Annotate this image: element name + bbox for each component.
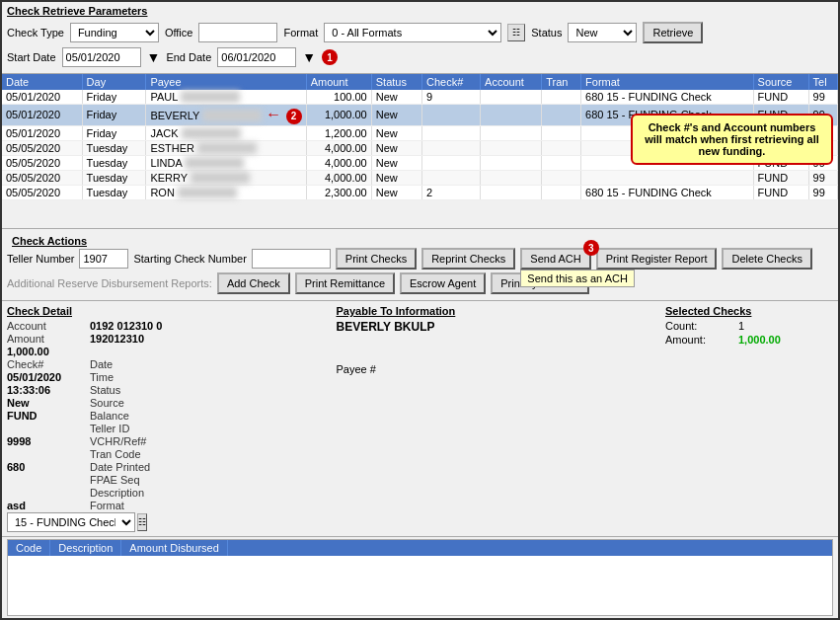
cell-tel: 99 — [808, 185, 837, 199]
format-icon-btn[interactable]: ☷ — [507, 24, 525, 41]
check-type-select[interactable]: Funding — [70, 23, 159, 42]
print-register-button[interactable]: Print Register Report — [596, 248, 718, 270]
check-actions-title: Check Actions — [7, 232, 833, 248]
end-date-label: End Date — [166, 51, 211, 63]
cell-date: 05/01/2020 — [2, 105, 82, 126]
code-table-body — [8, 556, 832, 615]
annotation-2: ← 2 — [266, 106, 301, 122]
cell-tran — [542, 140, 581, 155]
check-actions-section: Check Actions Teller Number Starting Che… — [2, 229, 838, 301]
cell-date: 05/05/2020 — [2, 185, 82, 199]
print-remittance-button[interactable]: Print Remittance — [295, 272, 395, 294]
teller-input[interactable] — [79, 249, 128, 269]
cell-account — [481, 140, 542, 155]
amount-sel-value: 1,000.00 — [738, 334, 833, 346]
annotation-3: 3 — [583, 240, 599, 256]
delete-checks-button[interactable]: Delete Checks — [722, 248, 812, 270]
description-label: Description — [90, 487, 327, 499]
date-value: 05/01/2020 — [7, 371, 86, 383]
end-date-calendar-icon[interactable]: ▼ — [302, 49, 316, 65]
cell-format — [581, 125, 753, 140]
print-checks-button[interactable]: Print Checks — [336, 248, 417, 270]
check-type-label: Check Type — [7, 27, 64, 39]
cell-account — [481, 105, 542, 126]
starting-check-label: Starting Check Number — [133, 253, 246, 265]
cell-check: 9 — [422, 90, 481, 105]
check-detail-title: Check Detail — [7, 305, 327, 317]
cell-check — [422, 105, 481, 126]
account-label: Account — [7, 320, 86, 332]
table-row[interactable]: 05/05/2020 Tuesday ESTHER 4,000.00 New F… — [2, 140, 838, 155]
cell-check — [422, 155, 481, 170]
cell-tel: 99 — [808, 170, 837, 185]
table-row[interactable]: 05/05/2020 Tuesday LINDA 4,000.00 New FU… — [2, 155, 838, 170]
check-num-label: Check# — [7, 358, 86, 370]
cell-day: Friday — [82, 105, 146, 126]
cell-date: 05/05/2020 — [2, 170, 82, 185]
col-payee: Payee — [146, 74, 306, 90]
cell-check: 2 — [422, 185, 481, 199]
cell-tel: 99 — [808, 140, 837, 155]
add-check-button[interactable]: Add Check — [217, 272, 290, 294]
cell-date: 05/01/2020 — [2, 90, 82, 105]
count-label: Count: — [665, 320, 734, 332]
reprint-checks-button[interactable]: Reprint Checks — [421, 248, 515, 270]
time-label: Time — [90, 371, 327, 383]
checks-table-section: Date Day Payee Amount Status Check# Acco… — [2, 74, 838, 229]
table-row[interactable]: 05/05/2020 Tuesday RON 2,300.00 New 2 68… — [2, 185, 838, 199]
cell-tel: 99 — [808, 105, 837, 126]
tran-code-label: Tran Code — [90, 448, 327, 460]
cell-amount: 4,000.00 — [306, 140, 371, 155]
cell-amount: 1,000.00 — [306, 105, 371, 126]
fpae-value — [7, 487, 86, 499]
escrow-agent-button[interactable]: Escrow Agent — [400, 272, 486, 294]
date-printed-value — [7, 474, 86, 486]
format-label: Format — [283, 27, 318, 39]
account-value: 0192 012310 0 — [90, 320, 327, 332]
send-ach-button[interactable]: Send ACH — [520, 248, 590, 270]
end-date-input[interactable] — [217, 47, 296, 67]
office-input[interactable] — [198, 23, 277, 42]
cell-tran — [542, 125, 581, 140]
cell-payee: JACK — [146, 125, 306, 140]
print-by-account-button[interactable]: Print by Account — [491, 272, 589, 294]
table-row[interactable]: 05/01/2020 Friday BEVERLY ← 2 1,000.00 N… — [2, 105, 838, 126]
source-detail-value: FUND — [7, 410, 86, 422]
col-account: Account — [481, 74, 542, 90]
format-detail-icon-btn[interactable]: ☷ — [137, 513, 147, 531]
cell-account — [481, 90, 542, 105]
cell-source: FUND — [753, 90, 808, 105]
cell-format — [581, 140, 753, 155]
cell-tran — [542, 90, 581, 105]
start-date-input[interactable] — [62, 47, 141, 67]
balance-label: Balance — [90, 410, 327, 422]
retrieve-button[interactable]: Retrieve — [643, 22, 703, 43]
format-select[interactable]: 0 - All Formats — [324, 23, 501, 42]
table-row[interactable]: 05/01/2020 Friday JACK 1,200.00 New FUND… — [2, 125, 838, 140]
start-date-calendar-icon[interactable]: ▼ — [147, 49, 161, 65]
cell-status: New — [371, 155, 421, 170]
amount-sel-label: Amount: — [665, 334, 734, 346]
balance-value — [7, 423, 86, 434]
count-value: 1 — [738, 320, 833, 332]
table-row[interactable]: 05/05/2020 Tuesday KERRY 4,000.00 New FU… — [2, 170, 838, 185]
payable-to-name: BEVERLY BKULP — [337, 320, 656, 334]
table-row[interactable]: 05/01/2020 Friday PAUL 100.00 New 9 680 … — [2, 90, 838, 105]
cell-date: 05/05/2020 — [2, 140, 82, 155]
status-select[interactable]: New — [568, 23, 637, 42]
cell-day: Friday — [82, 125, 146, 140]
format-detail-select[interactable]: 15 - FUNDING Check — [7, 512, 135, 532]
cell-check — [422, 140, 481, 155]
starting-check-input[interactable] — [252, 249, 331, 269]
cell-amount: 4,000.00 — [306, 170, 371, 185]
cell-format: 680 15 - FUNDING Check — [581, 185, 753, 199]
cell-account — [481, 185, 542, 199]
col-day: Day — [82, 74, 146, 90]
date-label: Date — [90, 358, 327, 370]
cell-status: New — [371, 105, 421, 126]
cell-payee: KERRY — [146, 170, 306, 185]
cell-date: 05/05/2020 — [2, 155, 82, 170]
cell-format: 680 15 - FUNDING Check — [581, 105, 753, 126]
cell-tran — [542, 170, 581, 185]
col-tran: Tran — [542, 74, 581, 90]
